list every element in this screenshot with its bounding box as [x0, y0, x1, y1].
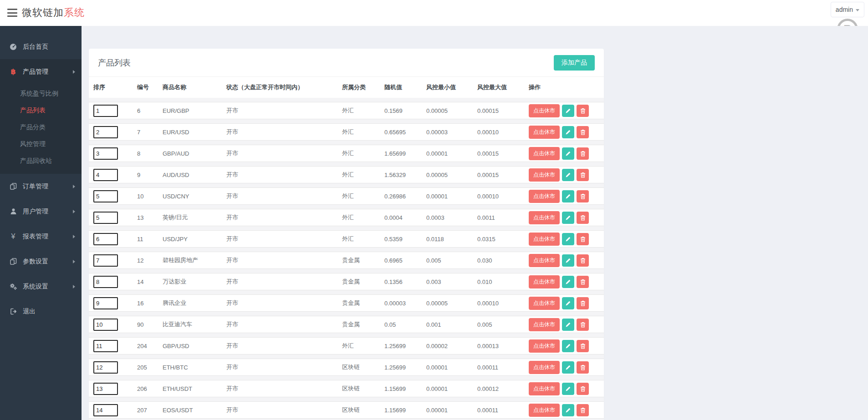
hamburger-menu-icon[interactable]	[7, 8, 18, 18]
trash-icon	[580, 279, 586, 285]
sort-order-input[interactable]	[93, 276, 118, 288]
sort-order-input[interactable]	[93, 297, 118, 309]
sort-order-input[interactable]	[93, 233, 118, 245]
edit-button[interactable]	[562, 147, 574, 160]
close-market-button[interactable]: 点击休市	[529, 318, 560, 331]
trash-icon	[580, 215, 586, 221]
sort-order-input[interactable]	[93, 404, 118, 416]
edit-button[interactable]	[562, 233, 574, 245]
close-market-button[interactable]: 点击休市	[529, 254, 560, 267]
sidebar-subitem-product-recycle[interactable]: 产品回收站	[0, 152, 82, 169]
edit-button[interactable]	[562, 276, 574, 288]
sidebar-item-user-management[interactable]: 用户管理	[0, 199, 82, 224]
sort-order-input[interactable]	[93, 169, 118, 181]
close-market-button[interactable]: 点击休市	[529, 147, 560, 160]
category: 贵金属	[342, 320, 384, 329]
delete-button[interactable]	[577, 383, 589, 395]
close-market-button[interactable]: 点击休市	[529, 297, 560, 310]
delete-button[interactable]	[577, 319, 589, 331]
close-market-button[interactable]: 点击休市	[529, 275, 560, 288]
close-market-button[interactable]: 点击休市	[529, 339, 560, 353]
edit-button[interactable]	[562, 319, 574, 331]
sidebar-item-product-management[interactable]: ฿产品管理	[0, 59, 82, 84]
user-dropdown[interactable]: admin	[831, 2, 864, 17]
edit-button[interactable]	[562, 383, 574, 395]
product-id: 13	[137, 214, 163, 221]
sort-order-input[interactable]	[93, 340, 118, 352]
avatar[interactable]: R	[837, 19, 858, 26]
delete-button[interactable]	[577, 105, 589, 117]
sidebar-item-param-settings[interactable]: 参数设置	[0, 249, 82, 274]
edit-button[interactable]	[562, 126, 574, 138]
edit-button[interactable]	[562, 404, 574, 416]
sidebar-subitem-product-list[interactable]: 产品列表	[0, 102, 82, 119]
table-row: 12碧桂园房地产开市贵金属0.69650.0050.030点击休市	[89, 252, 604, 269]
delete-button[interactable]	[577, 190, 589, 202]
sort-order-input[interactable]	[93, 212, 118, 224]
page-title: 产品列表	[98, 57, 131, 68]
close-market-button[interactable]: 点击休市	[529, 404, 560, 417]
sidebar-item-home[interactable]: 后台首页	[0, 34, 82, 59]
sidebar-subitem-risk-management[interactable]: 风控管理	[0, 136, 82, 152]
delete-button[interactable]	[577, 233, 589, 245]
edit-button[interactable]	[562, 340, 574, 352]
sort-order-input[interactable]	[93, 383, 118, 395]
trash-icon	[580, 343, 586, 349]
random-value: 0.1569	[384, 107, 426, 114]
sort-order-input[interactable]	[93, 254, 118, 267]
trash-icon	[580, 151, 586, 157]
close-market-button[interactable]: 点击休市	[529, 361, 560, 374]
product-id: 16	[137, 300, 163, 307]
delete-button[interactable]	[577, 404, 589, 416]
category: 贵金属	[342, 256, 384, 264]
add-product-button[interactable]: 添加产品	[554, 55, 595, 71]
edit-button[interactable]	[562, 254, 574, 267]
market-status: 开市	[226, 278, 342, 286]
sort-order-input[interactable]	[93, 319, 118, 331]
close-market-button[interactable]: 点击休市	[529, 104, 560, 117]
delete-button[interactable]	[577, 147, 589, 160]
random-value: 1.56329	[384, 172, 426, 178]
close-market-button[interactable]: 点击休市	[529, 126, 560, 139]
delete-button[interactable]	[577, 169, 589, 181]
delete-button[interactable]	[577, 361, 589, 374]
edit-button[interactable]	[562, 361, 574, 374]
risk-max-value: 0.030	[477, 257, 529, 264]
delete-button[interactable]	[577, 340, 589, 352]
close-market-button[interactable]: 点击休市	[529, 211, 560, 224]
delete-button[interactable]	[577, 276, 589, 288]
sort-order-input[interactable]	[93, 126, 118, 138]
delete-button[interactable]	[577, 212, 589, 224]
sidebar-item-system-settings[interactable]: 系统设置	[0, 274, 82, 299]
close-market-button[interactable]: 点击休市	[529, 233, 560, 246]
sidebar-submenu: 系统盈亏比例产品列表产品分类风控管理产品回收站	[0, 84, 82, 174]
edit-button[interactable]	[562, 105, 574, 117]
edit-button[interactable]	[562, 212, 574, 224]
edit-button[interactable]	[562, 297, 574, 309]
delete-button[interactable]	[577, 126, 589, 138]
sidebar-item-logout[interactable]: 退出	[0, 299, 82, 324]
close-market-button[interactable]: 点击休市	[529, 190, 560, 203]
category: 贵金属	[342, 278, 384, 286]
sort-order-input[interactable]	[93, 105, 118, 117]
product-id: 10	[137, 193, 163, 200]
table-header-row: 排序编号商品名称状态（大盘正常开市时间内）所属分类随机值风控最小值风控最大值操作	[89, 77, 604, 98]
edit-button[interactable]	[562, 169, 574, 181]
sort-order-input[interactable]	[93, 147, 118, 160]
random-value: 1.15699	[384, 407, 426, 414]
risk-max-value: 0.00013	[477, 343, 529, 349]
edit-button[interactable]	[562, 190, 574, 202]
table-row: 14万达影业开市贵金属0.13560.0030.010点击休市	[89, 273, 604, 290]
close-market-button[interactable]: 点击休市	[529, 382, 560, 395]
sort-order-input[interactable]	[93, 190, 118, 202]
delete-button[interactable]	[577, 254, 589, 267]
pencil-icon	[565, 172, 571, 178]
delete-button[interactable]	[577, 297, 589, 309]
risk-min-value: 0.001	[426, 321, 477, 328]
sidebar-item-order-management[interactable]: 订单管理	[0, 174, 82, 199]
sort-order-input[interactable]	[93, 361, 118, 374]
sidebar-subitem-product-category[interactable]: 产品分类	[0, 119, 82, 136]
close-market-button[interactable]: 点击休市	[529, 168, 560, 182]
sidebar-item-report-management[interactable]: ¥报表管理	[0, 224, 82, 249]
sidebar-subitem-profit-ratio[interactable]: 系统盈亏比例	[0, 85, 82, 102]
